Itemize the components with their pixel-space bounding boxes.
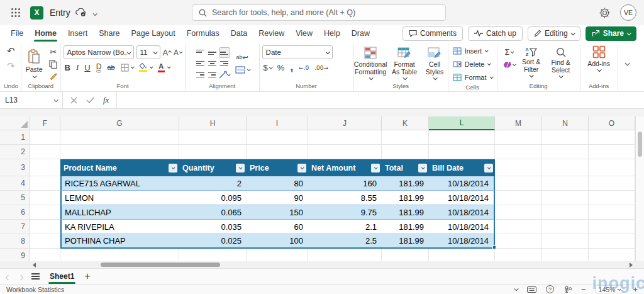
align-bottom-button[interactable] [219,47,230,58]
cell-price[interactable]: 80 [247,176,308,191]
orientation-button[interactable] [219,70,230,81]
table-header-product-name[interactable]: Product Name [60,159,179,176]
column-header-H[interactable]: H [179,116,247,130]
copy-icon[interactable] [49,60,57,69]
cell-price[interactable]: 90 [247,191,308,205]
cell-bill-date[interactable]: 10/18/2014 [429,191,495,205]
double-underline-button[interactable]: D [96,63,102,72]
save-status-icon[interactable] [75,8,87,17]
tab-formulas[interactable]: Formulas [181,26,225,40]
tab-home[interactable]: Home [29,26,62,40]
currency-format-button[interactable]: $ [264,63,272,72]
font-name-select[interactable]: Aptos Narrow (Bo... [64,45,134,59]
column-header-L-selected[interactable]: L [429,116,495,130]
tab-draw[interactable]: Draw [346,26,375,40]
cell-bill-date[interactable]: 10/18/2014 [429,205,495,220]
accessibility-icon[interactable] [564,286,572,293]
cell-styles-button[interactable]: Cell Styles [422,47,447,80]
name-box[interactable]: L13 [0,92,63,108]
tab-review[interactable]: Review [253,26,290,40]
comments-button[interactable]: Comments [402,26,463,41]
cell-net-amount[interactable]: 2.1 [308,220,382,234]
table-header-quantity[interactable]: Quantity [179,159,247,176]
redo-button[interactable]: ↷ [7,60,15,72]
font-size-select[interactable]: 11 [136,45,160,59]
tab-file[interactable]: File [5,26,29,40]
cell-price[interactable]: 150 [247,205,308,220]
cancel-icon[interactable] [70,97,77,104]
align-middle-button[interactable] [207,47,218,58]
column-header-K[interactable]: K [382,116,429,130]
strikethrough-button[interactable]: ab [107,64,114,71]
add-sheet-button[interactable]: + [84,271,90,281]
insert-cells-button[interactable]: Insert [453,45,488,57]
delete-cells-button[interactable]: Delete [453,59,491,70]
tab-insert[interactable]: Insert [62,26,93,40]
scroll-left-icon[interactable] [33,263,36,268]
tab-view[interactable]: View [290,26,318,40]
document-title[interactable]: Entry [50,8,70,18]
align-top-button[interactable] [195,47,206,58]
cell-net-amount[interactable]: 9.75 [308,205,382,220]
percent-format-button[interactable]: % [277,63,285,72]
cell-total[interactable]: 181.99 [382,234,429,249]
table-header-total[interactable]: Total [382,159,429,176]
increase-decimal-button[interactable]: ←.0 [299,65,309,71]
workbook-statistics[interactable]: Workbook Statistics [6,286,64,293]
font-color-button[interactable]: A [158,63,165,72]
enter-icon[interactable] [86,97,94,103]
column-header-J[interactable]: J [308,116,382,130]
zoom-out-button[interactable]: − [581,285,586,294]
zoom-level-control[interactable]: 145% [596,285,624,293]
cell-quantity[interactable]: 2 [179,176,247,191]
filter-dropdown-icon[interactable] [484,164,493,172]
catch-up-button[interactable]: Catch up [468,26,523,41]
column-header-N[interactable]: N [542,116,589,130]
vertical-scrollbar-thumb[interactable] [638,132,642,157]
grow-font-button[interactable]: A [163,48,172,57]
editing-mode-button[interactable]: Editing [528,26,580,41]
align-center-button[interactable] [207,59,218,69]
cell-bill-date[interactable]: 10/18/2014 [429,220,495,234]
tab-help[interactable]: Help [318,26,346,40]
cell-total[interactable]: 181.99 [382,220,429,234]
select-all-button[interactable] [0,116,30,130]
bold-button[interactable]: B [65,63,70,72]
row-header-1[interactable]: 1 [0,130,30,145]
filter-dropdown-icon[interactable] [169,164,177,172]
share-button[interactable]: Share [586,26,636,41]
cell-net-amount[interactable]: 160 [308,176,382,191]
ribbon-collapse-icon[interactable] [625,60,630,65]
all-sheets-menu-icon[interactable] [31,273,40,280]
filter-dropdown-icon[interactable] [297,164,306,172]
excel-logo-icon[interactable]: X [30,6,43,20]
cell-product[interactable]: KA RIVEPILA [60,220,179,234]
italic-button[interactable]: I [76,62,79,72]
align-right-button[interactable] [219,59,230,69]
table-header-net-amount[interactable]: Net Amount [308,159,382,176]
row-header-9[interactable]: 9 [0,249,30,261]
column-header-F[interactable]: F [30,116,60,130]
title-dropdown-icon[interactable] [93,7,96,18]
format-cells-button[interactable]: Format [453,72,492,83]
settings-gear-icon[interactable] [599,8,610,18]
comma-format-button[interactable]: , [290,65,293,70]
tab-share[interactable]: Share [93,26,125,40]
tab-data[interactable]: Data [225,26,253,40]
filter-dropdown-icon[interactable] [418,164,427,172]
undo-button[interactable]: ↶ [7,45,15,57]
cell-quantity[interactable]: 0.095 [179,191,247,205]
align-left-button[interactable] [195,59,206,69]
underline-button[interactable]: U [84,63,90,72]
next-sheet-icon[interactable] [19,271,23,282]
paste-button[interactable]: Paste [24,49,45,77]
row-header-3[interactable]: 3 [0,159,30,176]
fill-color-button[interactable] [139,63,147,72]
cell-product[interactable]: LEMON [60,191,179,205]
cut-icon[interactable]: ✂ [50,47,57,57]
cell-net-amount[interactable]: 2.5 [308,234,382,249]
clear-button[interactable] [503,62,515,68]
shrink-font-button[interactable]: A [174,48,181,56]
keyboard-icon[interactable] [527,286,536,293]
scroll-right-icon[interactable] [630,263,633,268]
